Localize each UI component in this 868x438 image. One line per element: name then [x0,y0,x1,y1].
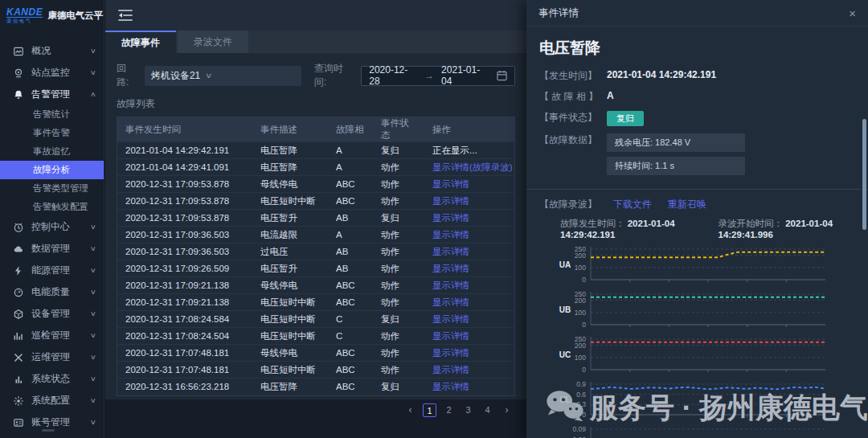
fault-wave-row: 【故障录波】 下载文件 重新召唤 [539,198,855,211]
site-monitoring-icon [13,68,24,79]
show-detail-link[interactable]: 显示详情 [432,314,469,324]
table-row[interactable]: 2020-12-31 17:07:48.181 母线停电 ABC 动作 显示详情 [117,345,514,362]
sidebar-item-能源管理[interactable]: 能源管理∨ [0,260,104,281]
show-detail-link[interactable]: 显示详情 [432,264,469,273]
show-detail-link[interactable]: 显示详情 [432,280,469,290]
occur-time-label: 【发生时间】 [539,69,607,83]
table-row[interactable]: 2020-12-31 17:09:26.509 电压暂升 AB 动作 显示详情 [117,260,514,277]
show-detail-link[interactable]: 显示详情 [432,230,469,239]
chevron-down-icon: ∨ [90,223,96,231]
sidebar-item-label: 站点监控 [31,66,91,80]
table-row[interactable]: 2020-12-31 17:09:53.878 电压暂升 AB 复归 显示详情 [117,210,514,227]
sidebar-item-设备管理[interactable]: 设备管理∨ [0,303,104,325]
fault-table-wrapper: 事件发生时间事件描述故障相事件状态操作 2021-01-04 14:29:42.… [117,117,515,396]
sidebar-item-巡检管理[interactable]: 巡检管理∨ [0,325,104,346]
page-2[interactable]: 2 [442,403,456,417]
fault-analysis-card: 故障事件录波文件 回路: 烤机设备21 ∨ 查询时间: 2020-12-28 →… [105,31,526,399]
sidebar-item-系统配置[interactable]: 系统配置∨ [0,390,104,411]
tab-故障事件[interactable]: 故障事件 [105,31,176,53]
show-detail-link[interactable]: 显示详情(故障录波) [432,162,513,172]
page-1[interactable]: 1 [423,403,436,417]
table-row[interactable]: 2021-01-04 14:29:42.191 电压暂降 A 复归 正在显示..… [117,142,514,159]
table-row[interactable]: 2020-12-31 17:09:53.878 电压短时中断 ABC 动作 显示… [117,193,514,210]
sidebar-item-系统状态[interactable]: 系统状态∨ [0,368,104,390]
circuit-select[interactable]: 烤机设备21 ∨ [145,66,301,86]
table-row[interactable]: 2020-12-31 16:56:23.218 电压暂降 ABC 复归 显示详情 [117,379,514,395]
show-detail-link[interactable]: 显示详情 [432,196,469,206]
brand-logo-text: KANDE [6,7,43,18]
sidebar-subitem-告警触发配置[interactable]: 告警触发配置 [0,198,104,216]
event-status-row: 【事件状态】 复归 [539,111,855,126]
table-row[interactable]: 2021-01-04 14:29:41.091 电压暂降 A 动作 显示详情(故… [117,159,514,176]
divider [526,189,868,190]
table-row[interactable]: 2020-12-31 17:09:21.138 电压短时中断 ABC 动作 显示… [117,294,514,311]
control-center-icon [13,222,24,233]
sidebar-subitem-告警类型管理[interactable]: 告警类型管理 [0,179,104,198]
show-detail-link[interactable]: 显示详情 [432,179,469,189]
show-detail-link[interactable]: 显示详情 [432,382,469,391]
sidebar-item-数据管理[interactable]: 数据管理∨ [0,238,104,260]
show-detail-link[interactable]: 显示详情 [432,348,469,358]
sidebar-item-站点监控[interactable]: 站点监控∨ [0,62,104,84]
sidebar-item-控制中心[interactable]: 控制中心∨ [0,216,104,238]
table-row[interactable]: 2020-12-31 17:07:48.181 电压短时中断 ABC 动作 显示… [117,362,514,379]
column-header: 操作 [424,117,514,142]
date-range-picker[interactable]: 2020-12-28 → 2021-01-04 [361,66,515,86]
fault-table: 事件发生时间事件描述故障相事件状态操作 2021-01-04 14:29:42.… [117,117,514,395]
sidebar-subitem-告警统计[interactable]: 告警统计 [0,105,104,124]
svg-text:0.6: 0.6 [576,391,586,399]
table-row[interactable]: 2020-12-31 17:08:24.504 电压短时中断 C 动作 显示详情 [117,328,514,345]
show-detail-link[interactable]: 显示详情 [432,247,469,256]
column-header: 事件状态 [373,117,424,142]
chevron-down-icon: ∨ [90,397,96,404]
show-detail-link[interactable]: 显示详情 [432,213,469,223]
show-detail-link[interactable]: 显示详情 [432,365,469,375]
column-header: 事件描述 [252,117,328,142]
sidebar-item-运维管理[interactable]: 运维管理∨ [0,346,104,368]
close-icon[interactable]: × [849,6,856,20]
showing-status-text: 正在显示... [432,145,477,155]
sidebar-item-概况[interactable]: 概况∨ [0,40,104,62]
table-row[interactable]: 2020-12-31 17:08:24.584 电压短时中断 C 复归 显示详情 [117,311,514,328]
sidebar-subitem-事件告警[interactable]: 事件告警 [0,124,104,142]
event-detail-drawer: 事件详情 × 电压暂降 【发生时间】 2021-01-04 14:29:42.1… [526,0,868,438]
fault-data-label: 【故障数据】 [539,133,607,147]
table-row[interactable]: 2020-12-31 17:09:36.503 电流越限 A 动作 显示详情 [117,227,514,244]
event-status-label: 【事件状态】 [539,111,607,125]
filter-bar: 回路: 烤机设备21 ∨ 查询时间: 2020-12-28 → 2021-01-… [105,53,526,94]
table-row[interactable]: 2020-12-31 17:09:21.138 母线停电 ABC 动作 显示详情 [117,277,514,294]
event-title: 电压暂降 [539,38,855,59]
drawer-title: 事件详情 [538,6,579,20]
page-4[interactable]: 4 [481,403,494,417]
time-filter-label: 查询时间: [314,62,354,89]
page-3[interactable]: 3 [461,403,475,417]
occur-time-value: 2021-01-04 14:29:42.191 [607,69,716,80]
prev-page-icon[interactable]: ‹ [403,403,417,417]
chevron-down-icon: ∨ [90,375,96,383]
tab-录波文件[interactable]: 录波文件 [178,31,248,53]
svg-text:0.9: 0.9 [576,380,586,388]
date-end-value: 2021-01-04 [441,64,489,87]
brand-logo-subtext: 康德电气 [6,18,43,23]
table-row[interactable]: 2020-12-31 17:09:36.503 过电压 AB 动作 显示详情 [117,244,514,260]
next-page-icon[interactable]: › [500,403,514,417]
menu-fold-icon[interactable] [118,9,133,22]
recall-link[interactable]: 重新召唤 [668,198,706,211]
fault-time-label: 故障发生时间： [560,219,625,228]
sidebar-submenu: 告警统计事件告警事故追忆故障分析告警类型管理告警触发配置 [0,105,104,216]
show-detail-link[interactable]: 显示详情 [432,331,469,341]
show-detail-link[interactable]: 显示详情 [432,297,469,307]
sidebar-subitem-事故追忆[interactable]: 事故追忆 [0,142,104,161]
scrollbar-thumb[interactable] [862,119,866,230]
table-row[interactable]: 2020-12-31 17:09:53.878 母线停电 ABC 动作 显示详情 [117,176,514,193]
waveform-chart-uc: 0100200250UC [544,334,855,379]
waveform-chart-ub: 0100200250UB [544,289,855,334]
sidebar-resize-handle[interactable] [42,429,55,432]
sidebar-item-告警管理[interactable]: 告警管理∧ [0,84,104,105]
download-file-link[interactable]: 下载文件 [613,198,652,211]
sidebar-subitem-故障分析[interactable]: 故障分析 [0,161,104,179]
brand-logo: KANDE 康德电气 [6,7,43,23]
sidebar-item-电能质量[interactable]: 电能质量∨ [0,281,104,303]
drawer-header: 事件详情 × [526,0,868,27]
svg-text:0.09: 0.09 [572,425,586,433]
